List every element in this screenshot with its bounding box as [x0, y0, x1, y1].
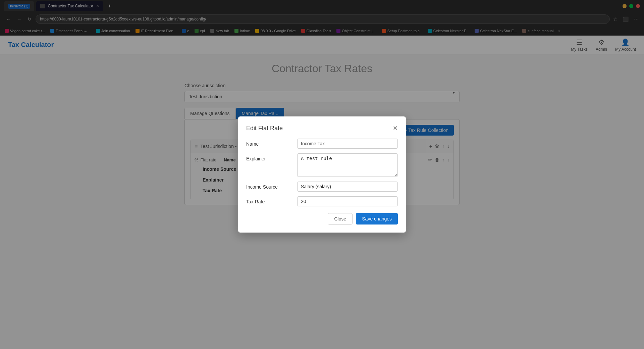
income-source-select[interactable]: Salary (salary): [297, 182, 398, 192]
name-field-row: Name: [246, 139, 398, 149]
save-changes-button[interactable]: Save changes: [356, 213, 398, 225]
modal-overlay: Edit Flat Rate ✕ Name Explainer A test r…: [0, 0, 644, 349]
tax-rate-field-label: Tax Rate: [246, 196, 293, 204]
modal-close-x-button[interactable]: ✕: [393, 124, 398, 132]
modal-title: Edit Flat Rate: [246, 125, 283, 132]
income-source-field-row: Income Source Salary (salary): [246, 182, 398, 192]
tax-rate-field-row: Tax Rate: [246, 196, 398, 206]
explainer-field-label: Explainer: [246, 153, 293, 161]
modal-footer: Close Save changes: [246, 213, 398, 225]
income-source-field-label: Income Source: [246, 182, 293, 190]
explainer-field-row: Explainer A test rule: [246, 153, 398, 177]
app-container: Tax Calculator ☰ My Tasks ⚙ Admin 👤 My A…: [0, 36, 644, 349]
close-button[interactable]: Close: [328, 213, 353, 225]
name-input[interactable]: [297, 139, 398, 149]
edit-flat-rate-modal: Edit Flat Rate ✕ Name Explainer A test r…: [238, 116, 406, 233]
name-field-label: Name: [246, 139, 293, 147]
tax-rate-input[interactable]: [297, 196, 398, 206]
modal-header: Edit Flat Rate ✕: [246, 124, 398, 132]
explainer-textarea[interactable]: A test rule: [297, 153, 398, 177]
